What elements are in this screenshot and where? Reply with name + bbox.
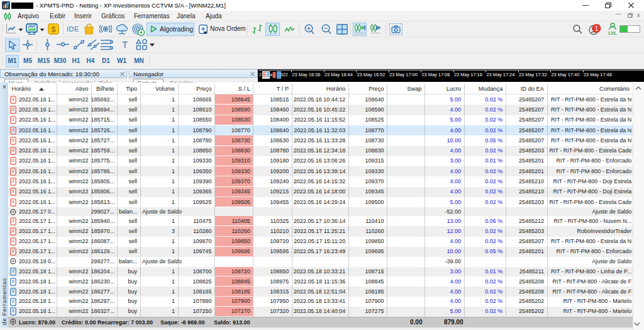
- svg-text:1: 1: [595, 25, 599, 32]
- svg-text:$: $: [52, 25, 56, 34]
- svg-text:LVL: LVL: [608, 30, 617, 35]
